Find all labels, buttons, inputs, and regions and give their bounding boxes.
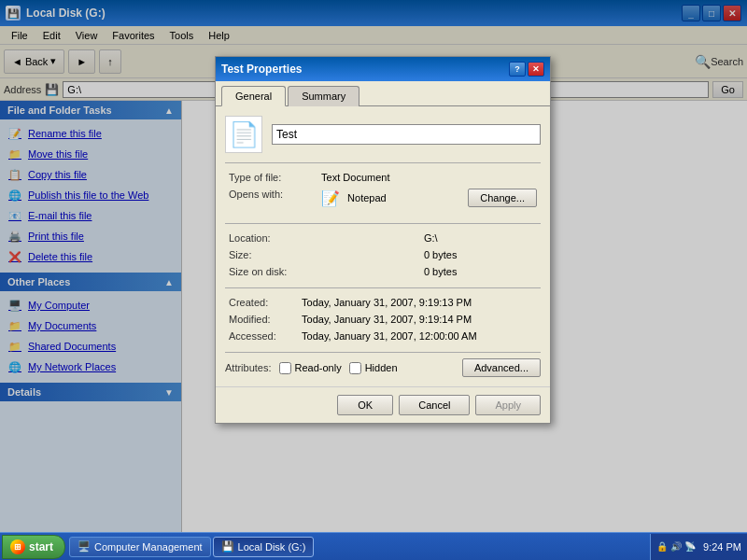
taskbar-computer-management[interactable]: 🖥️ Computer Management xyxy=(69,537,211,557)
taskbar: ⊞ start 🖥️ Computer Management 💾 Local D… xyxy=(0,532,747,560)
file-icon: 📄 xyxy=(229,120,259,149)
location-value: G:\ xyxy=(420,230,541,246)
taskbar-tray: 🔒 🔊 📡 9:24 PM xyxy=(650,534,747,560)
hidden-label: Hidden xyxy=(365,362,398,373)
file-header: 📄 xyxy=(225,116,541,153)
accessed-label: Accessed: xyxy=(225,328,298,344)
dialog-content: 📄 Type of file: Text Document Opens with… xyxy=(216,105,550,386)
notepad-icon: 📝 xyxy=(321,189,340,207)
dialog-close-button[interactable]: ✕ xyxy=(528,62,544,77)
cancel-button[interactable]: Cancel xyxy=(399,395,470,415)
dialog-title-bar: Test Properties ? ✕ xyxy=(216,57,550,81)
created-value: Today, January 31, 2007, 9:19:13 PM xyxy=(298,294,541,311)
location-label: Location: xyxy=(225,230,420,246)
taskbar-local-disk[interactable]: 💾 Local Disk (G:) xyxy=(213,537,315,557)
ok-button[interactable]: OK xyxy=(337,395,393,415)
dialog-title-controls: ? ✕ xyxy=(509,62,544,77)
file-name-input[interactable] xyxy=(272,124,541,145)
dates-table: Created: Today, January 31, 2007, 9:19:1… xyxy=(225,294,541,344)
change-button[interactable]: Change... xyxy=(468,189,537,207)
advanced-button[interactable]: Advanced... xyxy=(462,358,541,377)
file-icon-box: 📄 xyxy=(225,116,262,153)
accessed-value: Today, January 31, 2007, 12:00:00 AM xyxy=(298,328,541,344)
dialog-help-button[interactable]: ? xyxy=(509,62,526,77)
location-table: Location: G:\ Size: 0 bytes Size on disk… xyxy=(225,230,541,280)
computer-management-label: Computer Management xyxy=(94,541,203,553)
size-on-disk-value: 0 bytes xyxy=(420,263,541,280)
opens-with-cell: 📝 Notepad Change... xyxy=(317,186,541,216)
tab-summary[interactable]: Summary xyxy=(288,86,359,106)
hidden-checkbox[interactable] xyxy=(349,362,361,374)
readonly-label: Read-only xyxy=(295,362,342,373)
tray-volume-icon: 🔊 xyxy=(670,541,682,552)
computer-management-icon: 🖥️ xyxy=(78,540,91,553)
opens-with-value: Notepad xyxy=(347,192,387,203)
local-disk-icon: 💾 xyxy=(221,540,234,553)
tray-icons: 🔒 🔊 📡 xyxy=(656,541,696,552)
clock: 9:24 PM xyxy=(703,541,741,553)
modified-label: Modified: xyxy=(225,311,298,328)
dialog-footer: OK Cancel Apply xyxy=(216,386,550,423)
size-label: Size: xyxy=(225,246,420,263)
test-properties-dialog: Test Properties ? ✕ General Summary 📄 Ty… xyxy=(215,56,551,424)
readonly-checkbox-label[interactable]: Read-only xyxy=(279,362,342,374)
local-disk-label: Local Disk (G:) xyxy=(238,541,306,553)
attributes-row: Attributes: Read-only Hidden Advanced... xyxy=(225,358,541,377)
apply-button[interactable]: Apply xyxy=(475,395,541,415)
type-value: Text Document xyxy=(317,169,541,186)
type-label: Type of file: xyxy=(225,169,317,186)
windows-logo-icon: ⊞ xyxy=(10,539,25,554)
dialog-title: Test Properties xyxy=(221,63,302,76)
readonly-checkbox[interactable] xyxy=(279,362,291,374)
start-label: start xyxy=(29,540,53,553)
start-button[interactable]: ⊞ start xyxy=(2,535,65,559)
tray-security-icon: 🔒 xyxy=(656,541,668,552)
taskbar-items: 🖥️ Computer Management 💾 Local Disk (G:) xyxy=(65,537,650,557)
size-value: 0 bytes xyxy=(420,246,541,263)
opens-with-row: 📝 Notepad Change... xyxy=(321,189,537,207)
tab-bar: General Summary xyxy=(216,81,550,105)
opens-with-label: Opens with: xyxy=(225,186,317,216)
size-on-disk-label: Size on disk: xyxy=(225,263,420,280)
properties-table: Type of file: Text Document Opens with: … xyxy=(225,169,541,216)
modified-value: Today, January 31, 2007, 9:19:14 PM xyxy=(298,311,541,328)
attributes-label: Attributes: xyxy=(225,362,272,373)
hidden-checkbox-label[interactable]: Hidden xyxy=(349,362,398,374)
tab-general[interactable]: General xyxy=(221,86,286,106)
created-label: Created: xyxy=(225,294,298,311)
tray-network-icon: 📡 xyxy=(684,541,696,552)
